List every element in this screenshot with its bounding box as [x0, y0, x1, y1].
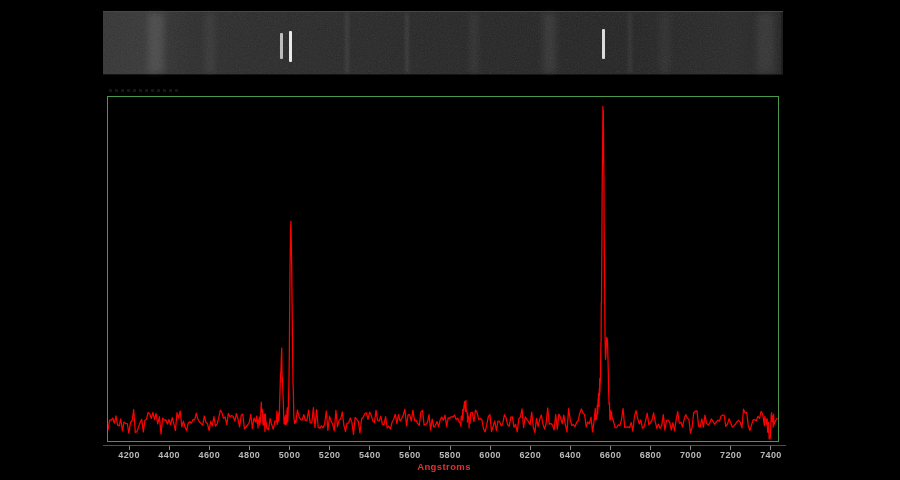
- x-axis-line: [103, 445, 786, 446]
- x-axis-tick-label: 5000: [267, 450, 313, 460]
- x-axis-tick-label: 7200: [708, 450, 754, 460]
- x-axis-tick-label: 6200: [507, 450, 553, 460]
- x-axis-tick-label: 5600: [387, 450, 433, 460]
- spectrum-trace: [108, 106, 777, 439]
- x-axis-title: Angstroms: [394, 461, 494, 472]
- spectrum-plot[interactable]: [107, 96, 779, 442]
- x-axis-tick-label: 5800: [427, 450, 473, 460]
- x-axis-tick-label: 4400: [146, 450, 192, 460]
- spectrum-plot-canvas: [108, 97, 778, 441]
- x-axis-tick-label: 6800: [628, 450, 674, 460]
- strip-band: [148, 13, 164, 73]
- x-axis-tick-label: 6400: [547, 450, 593, 460]
- raw-spectrum-strip[interactable]: [103, 11, 783, 75]
- x-axis-tick-label: 4200: [106, 450, 152, 460]
- strip-band: [205, 13, 215, 73]
- x-axis-tick-label: 5200: [307, 450, 353, 460]
- faint-artifact: [109, 89, 181, 92]
- x-axis-tick-label: 6000: [467, 450, 513, 460]
- x-axis-tick-label: 7400: [748, 450, 794, 460]
- strip-band: [345, 13, 349, 73]
- emission-line-4959: [280, 33, 283, 59]
- strip-band: [757, 13, 775, 73]
- x-axis-tick-label: 5400: [347, 450, 393, 460]
- strip-band: [543, 13, 556, 73]
- strip-band: [405, 13, 409, 73]
- strip-band: [470, 13, 478, 73]
- emission-line-6563: [602, 29, 605, 59]
- x-axis-tick-label: 7000: [668, 450, 714, 460]
- strip-band: [628, 13, 632, 73]
- emission-line-5007: [289, 31, 292, 62]
- x-axis-tick-label: 4600: [186, 450, 232, 460]
- x-axis-tick-label: 6600: [588, 450, 634, 460]
- x-axis-tick-label: 4800: [226, 450, 272, 460]
- strip-band: [660, 13, 670, 73]
- spectrum-app-window: 4200440046004800500052005400560058006000…: [0, 0, 900, 480]
